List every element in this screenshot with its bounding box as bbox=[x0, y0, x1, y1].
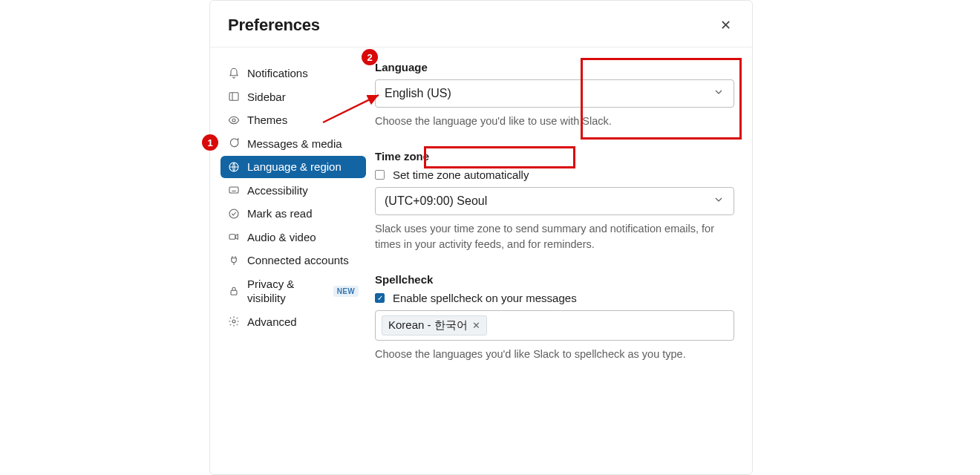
timezone-select[interactable]: (UTC+09:00) Seoul bbox=[375, 187, 734, 215]
sidebar-item-notifications[interactable]: Notifications bbox=[220, 62, 366, 85]
sidebar-item-label: Language & region bbox=[247, 160, 342, 174]
modal-title: Preferences bbox=[228, 16, 320, 35]
sidebar-item-label: Connected accounts bbox=[247, 253, 349, 268]
language-section: Language English (US) Choose the languag… bbox=[375, 61, 734, 129]
sidebar-item-label: Accessibility bbox=[247, 183, 308, 198]
bell-icon bbox=[228, 68, 240, 79]
language-helper: Choose the language you'd like to use wi… bbox=[375, 114, 734, 129]
spellcheck-label: Spellcheck bbox=[375, 273, 734, 286]
sidebar-item-label: Messages & media bbox=[247, 137, 342, 151]
content-pane: Language English (US) Choose the languag… bbox=[375, 59, 752, 383]
sidebar-item-mark-as-read[interactable]: Mark as read bbox=[220, 203, 366, 225]
timezone-label: Time zone bbox=[375, 150, 734, 163]
checkbox-icon[interactable] bbox=[375, 170, 385, 180]
svg-rect-4 bbox=[229, 187, 238, 193]
sidebar-item-label: Notifications bbox=[247, 66, 308, 81]
chevron-down-icon bbox=[713, 86, 725, 101]
new-badge: NEW bbox=[333, 286, 359, 297]
sidebar-item-messages-media[interactable]: Messages & media bbox=[220, 133, 366, 155]
chip-remove-icon[interactable]: ✕ bbox=[472, 320, 480, 331]
spellcheck-section: Spellcheck ✓ Enable spellcheck on your m… bbox=[375, 273, 734, 362]
language-select-value: English (US) bbox=[385, 87, 451, 100]
svg-rect-0 bbox=[229, 93, 238, 101]
timezone-section: Time zone Set time zone automatically (U… bbox=[375, 150, 734, 252]
spellcheck-helper: Choose the languages you'd like Slack to… bbox=[375, 347, 734, 362]
close-icon[interactable]: ✕ bbox=[717, 14, 734, 36]
sidebar-item-themes[interactable]: Themes bbox=[220, 109, 366, 131]
sidebar-item-label: Privacy & visibility bbox=[247, 277, 323, 306]
timezone-select-value: (UTC+09:00) Seoul bbox=[385, 194, 487, 208]
svg-rect-10 bbox=[229, 235, 235, 240]
modal-body: Notifications Sidebar Themes Messages & … bbox=[210, 48, 752, 383]
globe-icon bbox=[228, 161, 240, 173]
sidebar-item-audio-video[interactable]: Audio & video bbox=[220, 226, 366, 249]
sidebar-item-label: Advanced bbox=[247, 315, 297, 330]
timezone-auto-label: Set time zone automatically bbox=[393, 168, 529, 181]
preferences-modal: Preferences ✕ Notifications Sidebar Them… bbox=[209, 0, 753, 475]
sidebar: Notifications Sidebar Themes Messages & … bbox=[210, 59, 375, 383]
spellcheck-enable-label: Enable spellcheck on your messages bbox=[393, 292, 577, 304]
checkbox-checked-icon[interactable]: ✓ bbox=[375, 293, 385, 303]
sidebar-item-language-region[interactable]: Language & region bbox=[220, 156, 366, 178]
language-label: Language bbox=[375, 61, 734, 73]
video-icon bbox=[228, 231, 240, 243]
sidebar-item-label: Audio & video bbox=[247, 230, 316, 245]
spellcheck-language-chip: Korean - 한국어 ✕ bbox=[382, 315, 487, 335]
keyboard-icon bbox=[228, 184, 240, 196]
gear-icon bbox=[228, 315, 240, 327]
svg-point-12 bbox=[232, 320, 235, 323]
sidebar-item-privacy-visibility[interactable]: Privacy & visibility NEW bbox=[220, 273, 366, 309]
message-icon bbox=[228, 137, 240, 149]
sidebar-item-connected-accounts[interactable]: Connected accounts bbox=[220, 249, 366, 272]
timezone-auto-row[interactable]: Set time zone automatically bbox=[375, 168, 734, 181]
svg-point-2 bbox=[232, 119, 235, 122]
svg-point-9 bbox=[229, 209, 238, 218]
sidebar-item-label: Sidebar bbox=[247, 90, 286, 105]
svg-rect-11 bbox=[231, 290, 237, 295]
lock-icon bbox=[228, 285, 240, 297]
check-circle-icon bbox=[228, 208, 240, 220]
sidebar-item-label: Mark as read bbox=[247, 206, 313, 221]
eye-icon bbox=[228, 114, 240, 126]
spellcheck-enable-row[interactable]: ✓ Enable spellcheck on your messages bbox=[375, 292, 734, 304]
timezone-helper: Slack uses your time zone to send summar… bbox=[375, 221, 734, 252]
panel-icon bbox=[228, 91, 240, 102]
sidebar-item-accessibility[interactable]: Accessibility bbox=[220, 180, 366, 202]
plug-icon bbox=[228, 255, 240, 266]
sidebar-item-advanced[interactable]: Advanced bbox=[220, 311, 366, 333]
chevron-down-icon bbox=[713, 194, 725, 209]
modal-header: Preferences ✕ bbox=[210, 1, 752, 48]
sidebar-item-sidebar[interactable]: Sidebar bbox=[220, 86, 366, 108]
language-select[interactable]: English (US) bbox=[375, 79, 734, 108]
sidebar-item-label: Themes bbox=[247, 113, 287, 128]
spellcheck-language-input[interactable]: Korean - 한국어 ✕ bbox=[375, 310, 734, 341]
chip-label: Korean - 한국어 bbox=[388, 318, 468, 332]
